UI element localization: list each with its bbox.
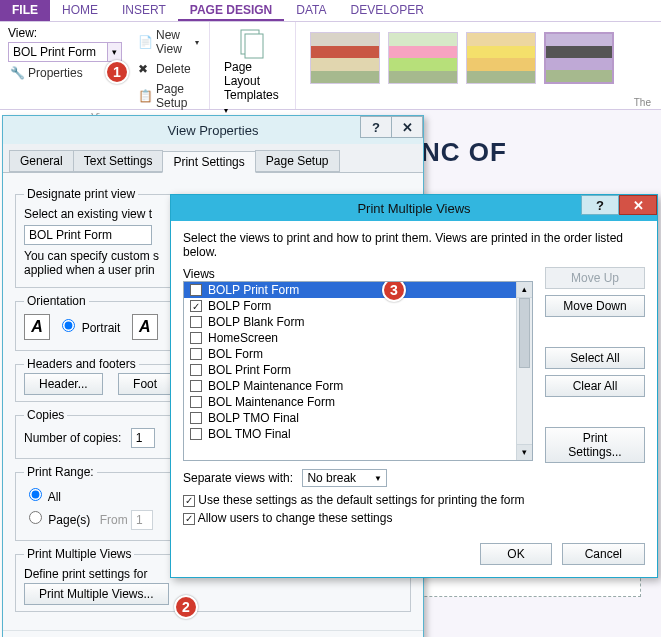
- range-pages-radio[interactable]: Page(s): [24, 513, 90, 527]
- views-item-checkbox[interactable]: [190, 428, 202, 440]
- views-item-checkbox[interactable]: [190, 348, 202, 360]
- views-item-label: HomeScreen: [208, 331, 278, 345]
- headers-legend: Headers and footers: [24, 357, 139, 371]
- help-button[interactable]: ?: [360, 116, 392, 138]
- footer-button[interactable]: Foot: [118, 373, 172, 395]
- delete-view-button[interactable]: ✖ Delete: [136, 60, 201, 78]
- print-settings-button[interactable]: Print Settings...: [545, 427, 645, 463]
- views-item-checkbox[interactable]: ✓: [190, 300, 202, 312]
- page-layout-templates-button[interactable]: Page Layout Templates ▾: [218, 26, 287, 118]
- page-layout-label-2: Templates: [224, 88, 279, 102]
- views-item-label: BOLP TMO Final: [208, 411, 299, 425]
- views-list-item[interactable]: BOLP Print Form: [184, 282, 516, 298]
- tab-developer[interactable]: DEVELOPER: [339, 0, 436, 21]
- properties-icon: 🔧: [10, 66, 24, 80]
- page-layout-label-1: Page Layout: [224, 60, 281, 88]
- tab-page-design[interactable]: PAGE DESIGN: [178, 0, 284, 21]
- views-item-checkbox[interactable]: [190, 364, 202, 376]
- views-list-item[interactable]: BOL Form: [184, 346, 516, 362]
- svg-rect-1: [245, 34, 263, 58]
- portrait-radio[interactable]: Portrait: [57, 321, 120, 335]
- view-properties-title: View Properties ? ✕: [3, 116, 423, 144]
- views-item-label: BOL Maintenance Form: [208, 395, 335, 409]
- from-input[interactable]: 1: [131, 510, 153, 530]
- pmv-instructions: Select the views to print and how to pri…: [183, 231, 645, 259]
- current-view-dropdown[interactable]: ▾: [108, 42, 122, 62]
- tab-home[interactable]: HOME: [50, 0, 110, 21]
- scroll-thumb[interactable]: [519, 298, 530, 368]
- tab-insert[interactable]: INSERT: [110, 0, 178, 21]
- select-view-field[interactable]: BOL Print Form: [24, 225, 152, 245]
- view-label: View:: [8, 26, 122, 40]
- move-up-button[interactable]: Move Up: [545, 267, 645, 289]
- ribbon: View: BOL Print Form ▾ 🔧 Properties 📄 Ne…: [0, 22, 661, 110]
- pmv-close-button[interactable]: ✕: [619, 195, 657, 215]
- views-list-item[interactable]: HomeScreen: [184, 330, 516, 346]
- views-list-item[interactable]: BOLP Blank Form: [184, 314, 516, 330]
- theme-swatch-selected[interactable]: [544, 32, 614, 84]
- tab-file[interactable]: FILE: [0, 0, 50, 21]
- page-layout-icon: [237, 28, 269, 60]
- views-list-item[interactable]: BOL TMO Final: [184, 426, 516, 442]
- new-view-label: New View: [156, 28, 189, 56]
- views-item-checkbox[interactable]: [190, 332, 202, 344]
- new-view-icon: 📄: [138, 35, 152, 49]
- tab-text-settings[interactable]: Text Settings: [73, 150, 164, 172]
- orientation-legend: Orientation: [24, 294, 89, 308]
- chevron-down-icon: ▼: [374, 474, 382, 483]
- num-copies-input[interactable]: 1: [131, 428, 155, 448]
- close-button[interactable]: ✕: [391, 116, 423, 138]
- views-item-checkbox[interactable]: [190, 316, 202, 328]
- designate-legend: Designate print view: [24, 187, 138, 201]
- views-list-item[interactable]: BOLP TMO Final: [184, 410, 516, 426]
- views-item-checkbox[interactable]: [190, 380, 202, 392]
- views-scrollbar[interactable]: ▴ ▾: [516, 282, 532, 460]
- tab-data[interactable]: DATA: [284, 0, 338, 21]
- current-view-field[interactable]: BOL Print Form: [8, 42, 108, 62]
- pmv-ok-button[interactable]: OK: [480, 543, 551, 565]
- copies-legend: Copies: [24, 408, 67, 422]
- print-multiple-views-button[interactable]: Print Multiple Views...: [24, 583, 169, 605]
- views-list-item[interactable]: BOLP Maintenance Form: [184, 378, 516, 394]
- page-setup-button[interactable]: 📋 Page Setup: [136, 80, 201, 112]
- views-list[interactable]: BOLP Print Form✓BOLP FormBOLP Blank Form…: [183, 281, 533, 461]
- badge-1: 1: [105, 60, 129, 84]
- theme-swatch[interactable]: [466, 32, 536, 84]
- theme-swatch[interactable]: [310, 32, 380, 84]
- views-item-label: BOLP Print Form: [208, 283, 299, 297]
- scroll-down-icon[interactable]: ▾: [517, 444, 532, 460]
- header-button[interactable]: Header...: [24, 373, 103, 395]
- views-item-checkbox[interactable]: [190, 396, 202, 408]
- views-item-label: BOLP Maintenance Form: [208, 379, 343, 393]
- print-multiple-views-dialog: Print Multiple Views ? ✕ Select the view…: [170, 194, 658, 578]
- chk-default-settings[interactable]: ✓ Use these settings as the default sett…: [183, 493, 525, 507]
- tab-general[interactable]: General: [9, 150, 74, 172]
- properties-label: Properties: [28, 66, 83, 80]
- pmv-help-button[interactable]: ?: [581, 195, 619, 215]
- select-all-button[interactable]: Select All: [545, 347, 645, 369]
- views-item-label: BOLP Form: [208, 299, 271, 313]
- page-setup-label: Page Setup: [156, 82, 199, 110]
- views-item-checkbox[interactable]: [190, 284, 202, 296]
- landscape-icon: A: [132, 314, 158, 340]
- views-list-item[interactable]: ✓BOLP Form: [184, 298, 516, 314]
- theme-swatch[interactable]: [388, 32, 458, 84]
- page-setup-icon: 📋: [138, 89, 152, 103]
- range-all-radio[interactable]: All: [24, 490, 61, 504]
- tab-print-settings[interactable]: Print Settings: [162, 151, 255, 173]
- move-down-button[interactable]: Move Down: [545, 295, 645, 317]
- themes-group-label: The: [304, 97, 653, 108]
- pmv-cancel-button[interactable]: Cancel: [562, 543, 645, 565]
- views-item-checkbox[interactable]: [190, 412, 202, 424]
- clear-all-button[interactable]: Clear All: [545, 375, 645, 397]
- views-list-item[interactable]: BOL Print Form: [184, 362, 516, 378]
- new-view-button[interactable]: 📄 New View▾: [136, 26, 201, 58]
- scroll-up-icon[interactable]: ▴: [517, 282, 532, 298]
- views-list-item[interactable]: BOL Maintenance Form: [184, 394, 516, 410]
- chk-allow-change[interactable]: ✓ Allow users to change these settings: [183, 511, 392, 525]
- separate-views-combo[interactable]: No break▼: [302, 469, 387, 487]
- from-label: From: [100, 513, 128, 527]
- pmv-title: Print Multiple Views ? ✕: [171, 195, 657, 221]
- ribbon-group-themes: The: [296, 22, 661, 109]
- tab-page-setup[interactable]: Page Setup: [255, 150, 340, 172]
